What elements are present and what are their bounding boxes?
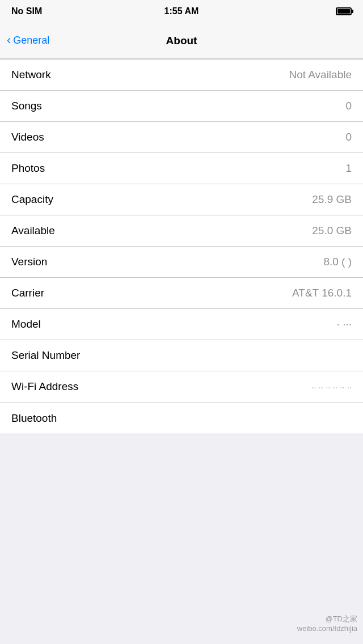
table-row: CarrierAT&T 16.0.1: [0, 278, 363, 309]
row-label: Photos: [11, 162, 45, 175]
row-label: Model: [11, 318, 41, 331]
page-title: About: [166, 35, 197, 47]
status-bar: No SIM 1:55 AM: [0, 0, 363, 23]
row-label: Network: [11, 69, 51, 81]
row-value: 0: [345, 131, 352, 143]
carrier-label: No SIM: [11, 6, 79, 16]
table-row: Model· ···: [0, 309, 363, 340]
table-row: Photos1: [0, 153, 363, 184]
row-value: AT&T 16.0.1: [292, 287, 352, 299]
table-row: Bluetooth: [0, 402, 363, 434]
watermark: @TD之家weibo.com/tdzhijia: [297, 614, 357, 633]
table-row: Available25.0 GB: [0, 215, 363, 247]
row-label: Serial Number: [11, 349, 80, 362]
row-label: Carrier: [11, 287, 44, 299]
row-value: 0: [345, 100, 352, 112]
status-icons: [284, 7, 352, 15]
table-row: Videos0: [0, 122, 363, 153]
row-value: 1: [345, 162, 352, 175]
about-table: NetworkNot AvailableSongs0Videos0Photos1…: [0, 59, 363, 434]
table-row: Wi-Fi Address·· ·· ·· ·· ·· ··: [0, 371, 363, 402]
row-value: ·· ·· ·· ·· ·· ··: [311, 382, 352, 392]
row-label: Wi-Fi Address: [11, 380, 78, 393]
row-value: 25.0 GB: [312, 224, 352, 237]
chevron-left-icon: ‹: [7, 34, 11, 46]
row-value: 8.0 ( ): [323, 256, 352, 268]
row-label: Bluetooth: [11, 412, 57, 425]
table-row: Serial Number: [0, 340, 363, 371]
table-row: Capacity25.9 GB: [0, 184, 363, 215]
row-value: Not Available: [289, 69, 352, 81]
row-value: · ···: [337, 318, 352, 331]
row-value: 25.9 GB: [312, 193, 352, 206]
navigation-bar: ‹ General About: [0, 23, 363, 59]
row-label: Capacity: [11, 193, 53, 206]
row-label: Available: [11, 224, 55, 237]
row-label: Version: [11, 256, 47, 268]
back-label: General: [13, 35, 49, 46]
back-button[interactable]: ‹ General: [7, 35, 49, 46]
battery-icon: [336, 7, 352, 15]
table-row: NetworkNot Available: [0, 60, 363, 91]
row-label: Videos: [11, 131, 44, 143]
table-row: Songs0: [0, 91, 363, 122]
battery-fill: [337, 9, 350, 14]
table-row: Version8.0 ( ): [0, 247, 363, 278]
time-label: 1:55 AM: [79, 6, 284, 16]
row-label: Songs: [11, 100, 42, 112]
